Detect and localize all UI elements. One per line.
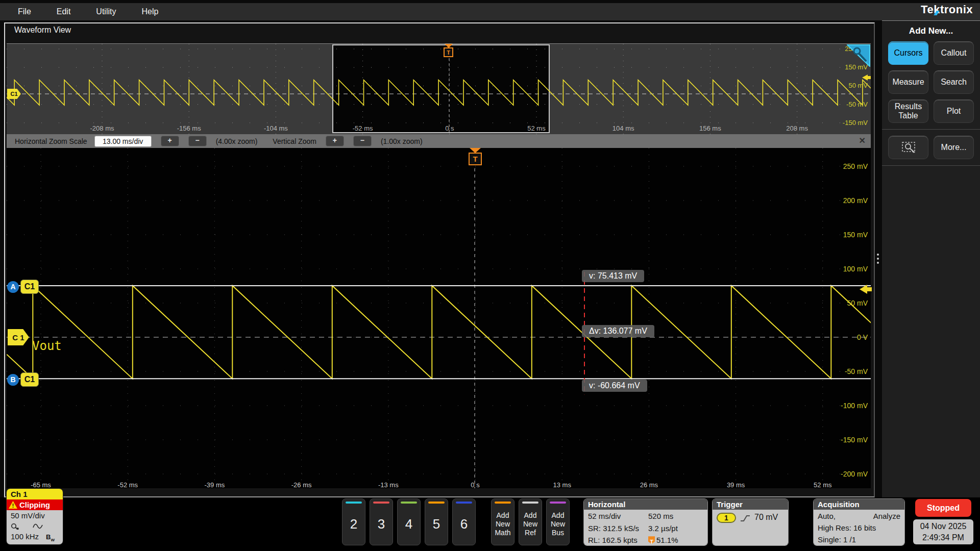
- main-trigger-level-arrow[interactable]: [860, 285, 872, 294]
- sidebar-button[interactable]: Cursors: [888, 41, 928, 65]
- acquisition-resolution: High Res: 16 bits: [818, 522, 900, 534]
- add-waveform-button[interactable]: Add New Ref: [519, 498, 542, 545]
- add-button-label: Add New Math: [495, 504, 510, 545]
- trigger-t-badge: T: [469, 153, 482, 165]
- date-time-box[interactable]: 04 Nov 2025 2:49:34 PM: [913, 519, 973, 544]
- trigger-panel-body: 1 70 mV: [713, 510, 788, 546]
- acquisition-mode: Auto,: [818, 510, 836, 522]
- overview-plot[interactable]: [7, 43, 871, 134]
- cursor-b-tag[interactable]: B C1: [7, 372, 39, 387]
- trigger-level: 70 mV: [754, 513, 778, 522]
- time-label: 2:49:34 PM: [922, 532, 964, 543]
- sidebar-button-label: Search: [941, 78, 967, 87]
- main-trigger-marker[interactable]: T: [469, 148, 482, 165]
- h-zoom-factor: (4.00x zoom): [216, 137, 258, 145]
- add-new-sidebar: Add New... CursorsCalloutMeasureSearchRe…: [882, 20, 980, 497]
- arrow-tail: [867, 287, 872, 291]
- horizontal-panel-title: Horizontal: [584, 499, 707, 510]
- v-zoom-plus-button[interactable]: +: [326, 136, 344, 146]
- channel-button[interactable]: 4: [397, 498, 421, 545]
- sample-rate: SR: 312.5 kS/s: [588, 522, 648, 535]
- cursor-delta-readout[interactable]: Δv: 136.077 mV: [582, 325, 654, 337]
- panel-drag-handle[interactable]: [877, 254, 879, 264]
- channel-button[interactable]: 6: [452, 498, 476, 545]
- arrow-left-icon: [860, 285, 867, 294]
- acquisition-panel-body: Auto, Analyze High Res: 16 bits Single: …: [814, 510, 904, 546]
- zoom-scale-bar: Horizontal Zoom Scale 13.00 ms/div + − (…: [7, 134, 871, 148]
- horizontal-scale: 52 ms/div: [588, 510, 648, 522]
- arrow-tail: [868, 76, 871, 79]
- sidebar-button-label: Measure: [892, 78, 924, 87]
- zoom-bar-close-icon[interactable]: ✕: [859, 136, 866, 145]
- main-waveform-canvas[interactable]: [7, 148, 871, 488]
- sidebar-button-grid: CursorsCalloutMeasureSearchResults Table…: [882, 41, 980, 123]
- cursor-b-letter: B: [7, 374, 19, 386]
- acquisition-analyze: Analyze: [873, 510, 900, 522]
- channel-number: 6: [460, 504, 468, 545]
- v-zoom-minus-button[interactable]: −: [353, 136, 372, 146]
- probe-icon: [11, 522, 19, 530]
- cursor-a-channel: C1: [20, 280, 39, 294]
- zoom-select-button[interactable]: [888, 136, 928, 159]
- zoom-select-icon: [900, 141, 917, 154]
- h-zoom-minus-button[interactable]: −: [188, 136, 207, 146]
- horizontal-panel-body: 52 ms/div 520 ms SR: 312.5 kS/s 3.2 µs/p…: [584, 510, 707, 546]
- add-waveform-button[interactable]: Add New Math: [491, 498, 514, 545]
- channel-1-badge[interactable]: Ch 1 ! Clipping 50 mV/div 100 kHz BW: [7, 489, 63, 544]
- h-zoom-plus-button[interactable]: +: [161, 136, 179, 146]
- channel-button[interactable]: 3: [370, 498, 393, 545]
- warning-icon: !: [9, 501, 17, 509]
- bandwidth-limit-icon: BW: [46, 533, 55, 542]
- overview-zoom-corner-icon[interactable]: [847, 44, 870, 69]
- sidebar-tool-row: More...: [882, 136, 980, 159]
- channel-1-settings: 50 mV/div 100 kHz BW: [7, 510, 63, 544]
- v-zoom-label: Vertical Zoom: [273, 137, 316, 145]
- sidebar-button[interactable]: Plot: [934, 99, 974, 123]
- sidebar-button[interactable]: Results Table: [888, 99, 928, 123]
- trigger-slope-icon: [740, 514, 750, 523]
- horizontal-panel[interactable]: Horizontal 52 ms/div 520 ms SR: 312.5 kS…: [583, 498, 708, 546]
- sidebar-divider: [882, 165, 980, 166]
- cursor-b-readout[interactable]: v: -60.664 mV: [582, 380, 647, 392]
- cursor-a-readout[interactable]: v: 75.413 mV: [582, 270, 644, 282]
- window-title: Waveform View: [14, 26, 71, 35]
- menu-utility[interactable]: Utility: [96, 7, 116, 16]
- menu-file[interactable]: File: [18, 7, 31, 16]
- overview-waveform-canvas[interactable]: [7, 44, 871, 134]
- channel-button[interactable]: 2: [342, 498, 365, 545]
- add-waveform-buttons: Add New Math Add New Ref Add New Bus: [491, 498, 570, 545]
- trigger-position-icon: T: [648, 536, 655, 544]
- sidebar-divider: [882, 129, 980, 130]
- cursor-b-channel: C1: [20, 372, 39, 387]
- h-zoom-scale-input[interactable]: 13.00 ms/div: [94, 136, 152, 147]
- sidebar-button-label: Callout: [941, 48, 967, 58]
- horizontal-window: 520 ms: [648, 510, 707, 522]
- overview-trigger-level-arrow[interactable]: [862, 74, 871, 81]
- tektronix-logo: Tektronix: [921, 3, 973, 16]
- logo-text: Te: [921, 3, 934, 16]
- channel-number: 3: [378, 504, 385, 545]
- main-plot[interactable]: [7, 148, 871, 488]
- more-button[interactable]: More...: [934, 136, 974, 159]
- run-stop-status-button[interactable]: Stopped: [915, 499, 971, 517]
- sidebar-button[interactable]: Search: [934, 70, 974, 94]
- menu-edit[interactable]: Edit: [57, 7, 71, 16]
- channel-1-bandwidth: 100 kHz: [11, 532, 39, 541]
- sidebar-button[interactable]: Callout: [934, 41, 974, 65]
- cursor-a-tag[interactable]: A C1: [7, 280, 39, 294]
- add-waveform-button[interactable]: Add New Bus: [546, 498, 570, 545]
- channel-1-title: Ch 1: [7, 489, 63, 499]
- trigger-panel[interactable]: Trigger 1 70 mV: [712, 498, 789, 546]
- add-button-label: Add New Ref: [523, 504, 537, 545]
- acquisition-panel[interactable]: Acquisition Auto, Analyze High Res: 16 b…: [813, 498, 905, 546]
- overview-trigger-marker[interactable]: T: [444, 44, 453, 57]
- h-zoom-scale-label: Horizontal Zoom Scale: [15, 137, 87, 145]
- coupling-sine-icon: [33, 523, 43, 530]
- channel-button[interactable]: 5: [425, 498, 448, 545]
- magnifier-flag-icon: [847, 44, 870, 67]
- sidebar-button[interactable]: Measure: [888, 70, 928, 94]
- add-button-label: Add New Bus: [551, 504, 565, 545]
- oscilloscope-app: File Edit Utility Help Tektronix Wavefor…: [0, 0, 980, 551]
- logo-k-accent: k: [934, 3, 940, 16]
- menu-help[interactable]: Help: [141, 7, 158, 16]
